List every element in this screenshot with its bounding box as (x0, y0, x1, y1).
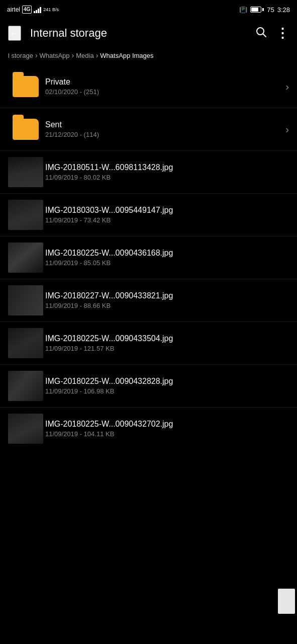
file-info: IMG-20180225-W...0090432702.jpg 11/09/20… (43, 420, 289, 438)
file-meta: 11/09/2019 - 73.42 KB (45, 216, 289, 224)
image-thumbnail (8, 371, 43, 401)
carrier-label: airtel (7, 6, 20, 13)
file-info: IMG-20180511-W...6098113428.jpg 11/09/20… (43, 163, 289, 181)
status-bar: airtel 4G 241 B/s 📳 75 3:28 (0, 0, 297, 18)
folder-info-sent: Sent 21/12/2020 - (114) (43, 120, 281, 138)
status-left: airtel 4G 241 B/s (7, 6, 59, 14)
breadcrumb: l storage › WhatsApp › Media › WhatsApp … (0, 48, 297, 65)
image-thumbnail (8, 328, 43, 358)
list-item[interactable]: Sent 21/12/2020 - (114) › (0, 108, 297, 151)
network-type: 4G (22, 6, 32, 14)
action-buttons: ⋮ (255, 26, 289, 41)
file-name: IMG-20180225-W...0090433504.jpg (45, 334, 289, 343)
image-thumbnail (8, 285, 43, 315)
list-item[interactable]: IMG-20180225-W...0090432828.jpg 11/09/20… (0, 365, 297, 408)
file-name: IMG-20180511-W...6098113428.jpg (45, 163, 289, 172)
app-bar: ← Internal storage ⋮ (0, 18, 297, 48)
breadcrumb-item-storage[interactable]: l storage (8, 52, 33, 59)
vibrate-icon: 📳 (239, 6, 247, 14)
file-meta: 11/09/2019 - 85.05 KB (45, 259, 289, 267)
breadcrumb-item-whatsapp[interactable]: WhatsApp (40, 52, 70, 59)
battery-icon (250, 7, 264, 13)
search-icon[interactable] (255, 26, 267, 41)
battery-percent: 75 (267, 6, 274, 14)
breadcrumb-item-media[interactable]: Media (76, 52, 93, 59)
page-title: Internal storage (30, 27, 255, 40)
file-meta: 11/09/2019 - 80.02 KB (45, 174, 289, 181)
file-name: IMG-20180225-W...0090436168.jpg (45, 249, 289, 258)
file-name: IMG-20180225-W...0090432828.jpg (45, 377, 289, 386)
file-meta: 11/09/2019 - 88.66 KB (45, 302, 289, 309)
clock: 3:28 (277, 6, 290, 14)
breadcrumb-sep-3: › (96, 51, 98, 59)
breadcrumb-sep-2: › (72, 51, 74, 59)
file-meta: 11/09/2019 - 106.98 KB (45, 387, 289, 395)
image-thumbnail (8, 200, 43, 230)
list-item[interactable]: IMG-20180511-W...6098113428.jpg 11/09/20… (0, 151, 297, 194)
folder-meta-sent: 21/12/2020 - (114) (45, 131, 281, 138)
file-info: IMG-20180303-W...0095449147.jpg 11/09/20… (43, 206, 289, 224)
signal-bars (34, 6, 41, 13)
chevron-right-icon: › (285, 124, 289, 135)
list-item[interactable]: Private 02/10/2020 - (251) › (0, 65, 297, 108)
folder-icon-private (8, 71, 43, 102)
list-item[interactable]: IMG-20180303-W...0095449147.jpg 11/09/20… (0, 194, 297, 236)
list-item[interactable]: IMG-20180225-W...0090432702.jpg 11/09/20… (0, 408, 297, 450)
list-item[interactable]: IMG-20180225-W...0090436168.jpg 11/09/20… (0, 236, 297, 279)
file-meta: 11/09/2019 - 104.11 KB (45, 430, 289, 438)
scroll-indicator[interactable] (278, 589, 295, 614)
image-thumbnail (8, 157, 43, 187)
data-speed: 241 B/s (43, 7, 59, 13)
file-name: IMG-20180303-W...0095449147.jpg (45, 206, 289, 215)
folder-meta-private: 02/10/2020 - (251) (45, 88, 281, 96)
list-item[interactable]: IMG-20180225-W...0090433504.jpg 11/09/20… (0, 322, 297, 365)
file-info: IMG-20180225-W...0090436168.jpg 11/09/20… (43, 249, 289, 267)
breadcrumb-sep-1: › (35, 51, 38, 59)
svg-line-1 (263, 34, 266, 37)
file-meta: 11/09/2019 - 121.57 KB (45, 345, 289, 352)
file-info: IMG-20180227-W...0090433821.jpg 11/09/20… (43, 291, 289, 309)
folder-name-private: Private (45, 77, 281, 87)
file-name: IMG-20180227-W...0090433821.jpg (45, 291, 289, 300)
file-name: IMG-20180225-W...0090432702.jpg (45, 420, 289, 429)
image-thumbnail (8, 243, 43, 273)
more-options-icon[interactable]: ⋮ (276, 27, 289, 40)
folder-icon-sent (8, 114, 43, 144)
breadcrumb-item-whatsapp-images[interactable]: WhatsApp Images (100, 52, 153, 59)
status-right: 📳 75 3:28 (239, 6, 290, 14)
file-info: IMG-20180225-W...0090433504.jpg 11/09/20… (43, 334, 289, 352)
image-thumbnail (8, 414, 43, 444)
folder-info-private: Private 02/10/2020 - (251) (43, 77, 281, 96)
file-info: IMG-20180225-W...0090432828.jpg 11/09/20… (43, 377, 289, 395)
chevron-right-icon: › (285, 81, 289, 93)
back-button[interactable]: ← (8, 26, 21, 41)
folder-name-sent: Sent (45, 120, 281, 129)
list-item[interactable]: IMG-20180227-W...0090433821.jpg 11/09/20… (0, 279, 297, 322)
